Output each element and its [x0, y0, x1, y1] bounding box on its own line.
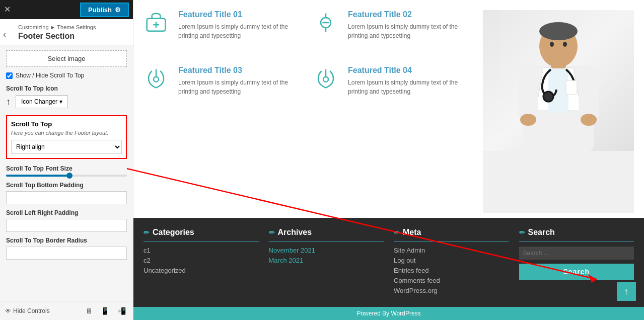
card-2-content: Featured Title 02 Lorem Ipsum is simply …	[348, 10, 473, 40]
font-size-label: Scroll To Top Font Size	[6, 165, 127, 172]
border-radius-input[interactable]	[6, 247, 127, 260]
publish-button[interactable]: Publish ⚙	[80, 3, 129, 17]
breadcrumb: Customizing ► Theme Settings	[18, 24, 127, 30]
entries-feed-item: Entries feed	[394, 267, 509, 274]
svg-rect-25	[566, 81, 577, 95]
footer-search-input[interactable]	[519, 247, 634, 260]
scroll-to-top-button[interactable]: ↑	[617, 282, 636, 301]
show-hide-row: Show / Hide Scroll To Top	[6, 72, 127, 79]
tablet-icon-button[interactable]: 📱	[99, 306, 111, 316]
svg-rect-14	[548, 68, 568, 113]
search-pencil-icon: ✏	[519, 228, 525, 236]
desktop-icon-button[interactable]: 🖥	[84, 306, 95, 316]
card-1-title: Featured Title 01	[178, 10, 303, 19]
scroll-to-top-icon-label: Scroll To Top Icon	[6, 85, 127, 92]
footer-categories: ✏ Categories c1 c2 Uncategorized	[144, 228, 259, 297]
footer-columns: ✏ Categories c1 c2 Uncategorized ✏ Archi…	[144, 228, 634, 297]
section-title: Footer Section	[18, 32, 127, 41]
card-4-title: Featured Title 04	[348, 66, 473, 75]
doctor-photo	[483, 10, 634, 213]
svg-point-24	[543, 92, 553, 102]
stt-title: Scroll To Top	[11, 120, 122, 128]
bottom-padding-input[interactable]	[6, 191, 127, 204]
card-3-icon	[144, 66, 171, 93]
list-item: Log out	[394, 257, 509, 264]
scroll-to-top-box: Scroll To Top Here you can change the Fo…	[6, 115, 127, 159]
back-button[interactable]: ‹	[3, 29, 6, 40]
archives-pencil-icon: ✏	[269, 228, 275, 236]
meta-pencil-icon: ✏	[394, 228, 400, 236]
feature-card-2: Featured Title 02 Lorem Ipsum is simply …	[313, 10, 473, 56]
list-item: March 2021	[269, 257, 384, 264]
svg-point-9	[323, 76, 328, 82]
card-1-icon	[144, 10, 171, 37]
cards-grid: Featured Title 01 Lorem Ipsum is simply …	[144, 10, 483, 112]
svg-rect-16	[579, 68, 599, 118]
hide-controls-button[interactable]: 👁 Hide Controls	[5, 307, 50, 314]
breadcrumb-area: Customizing ► Theme Settings Footer Sect…	[0, 19, 133, 45]
list-item: WordPress.org	[394, 287, 509, 294]
panel-body: Select image Show / Hide Scroll To Top S…	[0, 45, 133, 301]
close-button[interactable]: ✕	[4, 6, 11, 14]
meta-title: Meta	[403, 228, 421, 237]
list-item: c2	[144, 257, 259, 264]
icon-changer-row: ↑ Icon Changer ▾	[6, 95, 127, 108]
archives-title: Archives	[278, 228, 312, 237]
search-title: Search	[528, 228, 555, 237]
top-bar: ✕ Publish ⚙	[0, 0, 133, 19]
mobile-icon-button[interactable]: 📲	[115, 306, 128, 316]
card-2-icon	[313, 10, 341, 37]
gear-icon: ⚙	[115, 6, 121, 14]
feature-card-4: Featured Title 04 Lorem Ipsum is simply …	[313, 66, 473, 112]
svg-point-23	[563, 42, 567, 47]
card-4-text: Lorem Ipsum is simply dummy text of the …	[348, 78, 473, 96]
svg-point-22	[550, 42, 554, 47]
lr-padding-label: Scroll Left Right Padding	[6, 209, 127, 216]
arrow-up-icon: ↑	[6, 97, 11, 107]
meta-list: Site Admin Log out Entries feed Comments…	[394, 247, 509, 294]
bottom-icons: 🖥 📱 📲	[84, 306, 128, 316]
icon-changer-button[interactable]: Icon Changer ▾	[16, 95, 68, 108]
footer-search-button[interactable]: Search	[519, 264, 634, 280]
feature-card-3: Featured Title 03 Lorem Ipsum is simply …	[144, 66, 303, 112]
bottom-bar: 👁 Hide Controls 🖥 📱 📲	[0, 301, 133, 320]
show-hide-checkbox[interactable]	[6, 72, 13, 79]
svg-rect-15	[518, 68, 538, 118]
lr-padding-input[interactable]	[6, 219, 127, 232]
font-size-slider[interactable]	[6, 175, 127, 177]
categories-title: Categories	[153, 228, 194, 237]
list-item: c1	[144, 247, 259, 254]
footer-archives: ✏ Archives November 2021 March 2021	[269, 228, 384, 297]
select-image-button[interactable]: Select image	[6, 50, 127, 67]
svg-point-21	[539, 22, 578, 40]
card-4-icon	[313, 66, 341, 93]
categories-list: c1 c2 Uncategorized	[144, 247, 259, 274]
svg-point-17	[520, 114, 536, 126]
comments-feed-item: Comments feed	[394, 277, 509, 284]
card-2-text: Lorem Ipsum is simply dummy text of the …	[348, 22, 473, 40]
card-3-title: Featured Title 03	[178, 66, 303, 75]
left-panel: ✕ Publish ⚙ Customizing ► Theme Settings…	[0, 0, 133, 320]
card-4-content: Featured Title 04 Lorem Ipsum is simply …	[348, 66, 473, 96]
right-align-select[interactable]: Right align Left align Center align	[11, 140, 122, 154]
card-1-text: Lorem Ipsum is simply dummy text of the …	[178, 22, 303, 40]
feature-card-1: Featured Title 01 Lorem Ipsum is simply …	[144, 10, 303, 56]
archives-list: November 2021 March 2021	[269, 247, 384, 264]
list-item: Uncategorized	[144, 267, 259, 274]
card-1-content: Featured Title 01 Lorem Ipsum is simply …	[178, 10, 303, 40]
chevron-down-icon: ▾	[59, 98, 62, 105]
card-2-title: Featured Title 02	[348, 10, 473, 19]
card-3-content: Featured Title 03 Lorem Ipsum is simply …	[178, 66, 303, 96]
powered-by: Powered By WordPress	[133, 307, 644, 320]
footer-meta: ✏ Meta Site Admin Log out Entries feed C…	[394, 228, 509, 297]
eye-icon: 👁	[5, 307, 11, 314]
featured-area: Featured Title 01 Lorem Ipsum is simply …	[133, 0, 644, 218]
list-item: Site Admin	[394, 247, 509, 254]
svg-point-7	[154, 76, 159, 82]
border-radius-label: Scroll To Top Border Radius	[6, 237, 127, 244]
footer-area: ✏ Categories c1 c2 Uncategorized ✏ Archi…	[133, 218, 644, 307]
categories-pencil-icon: ✏	[144, 228, 150, 236]
svg-point-18	[581, 114, 597, 126]
list-item: November 2021	[269, 247, 384, 254]
stt-desc: Here you can change the Footer layout.	[11, 130, 122, 136]
